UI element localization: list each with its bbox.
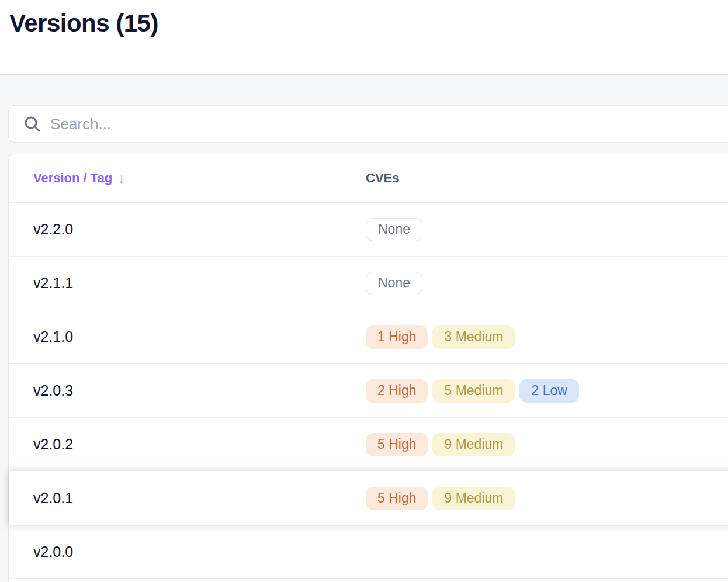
cve-badge-low[interactable]: 2 Low [519, 379, 578, 403]
table-body: v2.2.0Nonev2.1.1Nonev2.1.01 High3 Medium… [9, 202, 728, 582]
search-input[interactable] [50, 106, 728, 142]
cve-badge-medium[interactable]: 3 Medium [432, 325, 515, 349]
cves-cell: None [366, 218, 422, 241]
search-box[interactable] [8, 105, 728, 143]
table-row[interactable]: v2.0.32 High5 Medium2 Low [9, 363, 728, 417]
column-header-cves[interactable]: CVEs [366, 171, 399, 186]
search-icon [23, 115, 41, 133]
page-header: Versions (15) [0, 0, 728, 75]
sort-desc-icon: ↓ [118, 170, 125, 186]
table-row[interactable]: v2.1.01 High3 Medium [9, 310, 728, 363]
cve-badge-high[interactable]: 2 High [366, 379, 428, 403]
version-cell: v2.1.1 [9, 275, 366, 292]
version-cell: v2.0.0 [9, 543, 366, 560]
content-area: Version / Tag ↓ CVEs v2.2.0Nonev2.1.1Non… [0, 75, 728, 582]
cve-badge-high[interactable]: 1 High [366, 325, 428, 349]
version-cell: v2.0.1 [9, 490, 366, 507]
cve-badge-none[interactable]: None [366, 218, 422, 241]
cve-badge-medium[interactable]: 9 Medium [432, 487, 515, 510]
table-row[interactable]: v2.0.25 High9 Medium [9, 417, 728, 471]
table-row[interactable]: v2.2.0None [9, 202, 728, 256]
cves-cell: 5 High9 Medium [366, 487, 515, 510]
version-cell: v2.0.2 [9, 436, 366, 453]
cve-badge-medium[interactable]: 5 Medium [432, 379, 515, 403]
version-cell: v2.2.0 [9, 221, 366, 238]
table-row[interactable]: v2.0.0 [9, 525, 728, 578]
cves-cell: None [366, 272, 422, 295]
cve-badge-high[interactable]: 5 High [366, 487, 428, 510]
table-header-row: Version / Tag ↓ CVEs [9, 154, 728, 202]
column-header-version-tag[interactable]: Version / Tag ↓ [9, 170, 366, 186]
cves-cell: 1 High3 Medium [366, 325, 515, 349]
column-header-version-label: Version / Tag [33, 171, 112, 186]
page-title: Versions (15) [9, 9, 158, 37]
cve-badge-medium[interactable]: 9 Medium [432, 433, 515, 456]
cves-cell: 5 High9 Medium [366, 433, 515, 456]
cves-cell: 2 High5 Medium2 Low [366, 379, 579, 403]
version-cell: v2.0.3 [9, 382, 366, 399]
table-row[interactable]: v2.0.15 High9 Medium [9, 471, 728, 525]
cve-badge-none[interactable]: None [366, 272, 422, 295]
version-cell: v2.1.0 [9, 328, 366, 345]
cve-badge-high[interactable]: 5 High [366, 433, 428, 456]
table-row[interactable]: v2.1.1None [9, 256, 728, 310]
table-row-partial [9, 578, 728, 582]
versions-table: Version / Tag ↓ CVEs v2.2.0Nonev2.1.1Non… [8, 154, 728, 582]
